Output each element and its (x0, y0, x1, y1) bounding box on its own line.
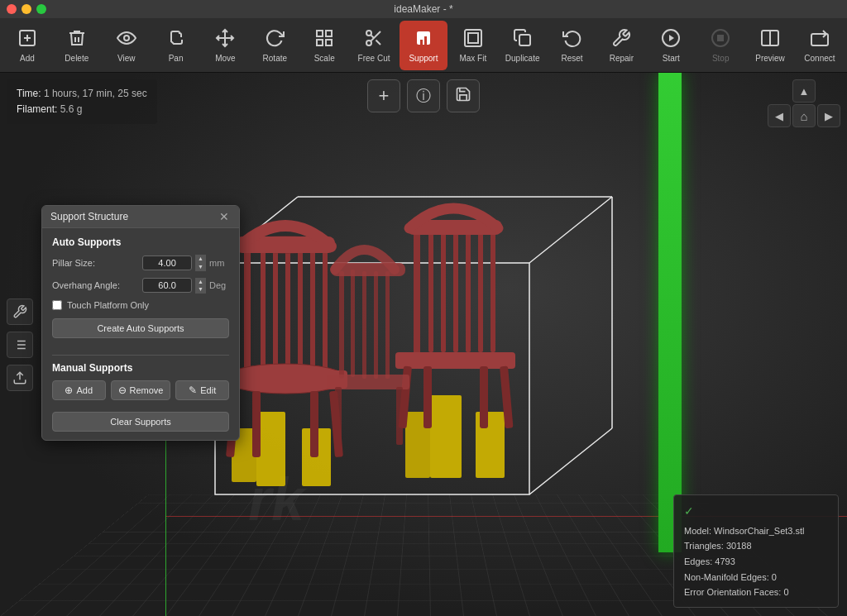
tool-connect-button[interactable]: Connect (796, 21, 844, 70)
pillar-size-input[interactable] (142, 255, 192, 270)
tool-view-label: View (117, 54, 136, 63)
tool-reset-label: Reset (562, 54, 583, 63)
tool-reset-button[interactable]: Reset (548, 21, 596, 70)
tool-move-label: Move (215, 54, 235, 63)
overhang-input-group: ▲ ▼ Deg (142, 278, 229, 294)
nav-up-button[interactable]: ▲ (792, 79, 816, 103)
tool-start-button[interactable]: Start (647, 21, 695, 70)
viewport-add-button[interactable]: + (367, 79, 400, 112)
scale-icon (314, 28, 334, 50)
tool-pan-button[interactable]: Pan (152, 21, 200, 70)
tool-duplicate-button[interactable]: Duplicate (499, 21, 547, 70)
overhang-down-button[interactable]: ▼ (195, 285, 206, 294)
triangles-label: Triangles: (684, 541, 724, 551)
pan-icon (166, 28, 186, 50)
edges-label: Edges: (684, 556, 712, 566)
pillar-size-spinners: ▲ ▼ (195, 255, 206, 271)
svg-rect-49 (236, 236, 335, 253)
move-icon (215, 28, 235, 50)
overhang-input[interactable] (142, 278, 192, 293)
model-name-row: Model: WindsorChair_Set3.stl (684, 523, 828, 539)
tool-move-button[interactable]: Move (202, 21, 250, 70)
svg-rect-20 (519, 35, 530, 45)
non-manifold-value: 0 (772, 572, 777, 582)
pillar-size-row: Pillar Size: ▲ ▼ mm (52, 255, 229, 271)
close-window-button[interactable] (7, 4, 17, 14)
tool-delete-label: Delete (65, 54, 89, 63)
pillar-size-input-group: ▲ ▼ mm (142, 255, 229, 271)
svg-rect-76 (335, 387, 342, 445)
svg-rect-70 (351, 270, 355, 377)
nav-home-button[interactable]: ⌂ (792, 104, 816, 127)
remove-circle-icon: ⊖ (118, 384, 127, 396)
svg-rect-60 (466, 230, 471, 352)
section-divider (52, 355, 229, 356)
nav-left-button[interactable]: ◀ (768, 104, 791, 127)
svg-rect-47 (323, 251, 328, 379)
viewport[interactable]: rk (0, 73, 847, 616)
svg-point-48 (236, 236, 335, 253)
tool-start-label: Start (663, 54, 680, 63)
error-label: Error Orientation Faces: (684, 587, 781, 597)
tool-repair-button[interactable]: Repair (598, 21, 646, 70)
overhang-row: Overhang Angle: ▲ ▼ Deg (52, 278, 229, 294)
tool-delete-button[interactable]: Delete (53, 21, 101, 70)
nav-right-button[interactable]: ▶ (817, 104, 840, 127)
sidebar-list-button[interactable] (7, 332, 33, 358)
sidebar-upload-button[interactable] (7, 365, 33, 391)
svg-rect-42 (261, 246, 266, 379)
tool-rotate-button[interactable]: Rotate (251, 21, 299, 70)
create-auto-supports-button[interactable]: Create Auto Supports (52, 318, 229, 338)
tool-add-button[interactable]: Add (3, 21, 51, 70)
pillar-size-unit: mm (209, 258, 229, 268)
svg-rect-71 (362, 271, 366, 379)
pillar-size-up-button[interactable]: ▲ (195, 255, 206, 263)
svg-rect-41 (244, 246, 251, 379)
nav-arrows: ▲ ◀ ⌂ ▶ (768, 79, 840, 127)
non-manifold-row: Non-Manifold Edges: 0 (684, 570, 828, 585)
edges-value: 4793 (715, 556, 735, 566)
tool-support-button[interactable]: Support (400, 21, 447, 70)
tool-stop-button[interactable]: Stop (696, 21, 744, 70)
svg-rect-67 (480, 366, 488, 428)
tool-maxfit-label: Max Fit (459, 54, 486, 63)
edit-icon: ✎ (189, 384, 197, 396)
svg-point-3 (124, 36, 129, 41)
nav-middle-row: ◀ ⌂ ▶ (768, 104, 840, 127)
manual-edit-button[interactable]: ✎ Edit (175, 380, 229, 400)
pillar-size-down-button[interactable]: ▼ (195, 263, 206, 271)
model-check-icon: ✓ (684, 502, 828, 522)
tool-maxfit-button[interactable]: Max Fit (449, 21, 497, 70)
svg-rect-29 (215, 263, 529, 494)
tool-view-button[interactable]: View (103, 21, 151, 70)
manual-remove-button[interactable]: ⊖ Remove (111, 380, 171, 400)
reset-icon (562, 28, 582, 50)
svg-rect-46 (310, 251, 315, 379)
manual-remove-label: Remove (130, 385, 164, 395)
stop-icon (711, 28, 730, 50)
maximize-window-button[interactable] (36, 4, 46, 14)
minimize-window-button[interactable] (22, 4, 31, 14)
tool-rotate-label: Rotate (263, 54, 287, 63)
start-icon (661, 28, 681, 50)
sidebar-wrench-button[interactable] (7, 298, 33, 325)
overhang-up-button[interactable]: ▲ (195, 278, 206, 286)
triangles-value: 30188 (726, 541, 752, 551)
manual-add-button[interactable]: ⊕ Add (52, 380, 106, 400)
auto-supports-label: Auto Supports (52, 236, 229, 248)
clear-supports-button[interactable]: Clear Supports (52, 412, 229, 432)
tool-preview-button[interactable]: Preview (746, 21, 794, 70)
model-label: Model: (684, 526, 711, 536)
viewport-info-button[interactable]: ⓘ (407, 79, 440, 112)
non-manifold-label: Non-Manifold Edges: (684, 572, 769, 582)
tool-connect-label: Connect (804, 54, 835, 63)
svg-line-32 (529, 428, 612, 494)
viewport-save-button[interactable] (447, 79, 480, 112)
touch-platform-checkbox[interactable] (52, 300, 62, 310)
tool-scale-button[interactable]: Scale (300, 21, 348, 70)
dialog-close-button[interactable]: ✕ (218, 211, 231, 222)
tool-freecut-button[interactable]: Free Cut (350, 21, 398, 70)
svg-rect-35 (256, 412, 285, 486)
support-icon (414, 28, 433, 50)
svg-rect-61 (478, 230, 483, 352)
